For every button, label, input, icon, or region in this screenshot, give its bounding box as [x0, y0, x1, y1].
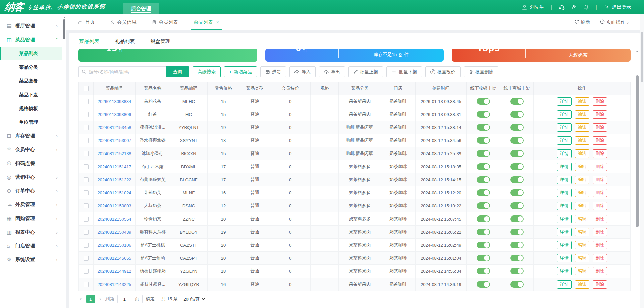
stat-card-dish-count[interactable]: 15件	[78, 49, 257, 62]
next-page-icon[interactable]: ›	[98, 296, 103, 302]
sidebar-item-外卖管理[interactable]: ☁外卖管理›	[0, 198, 62, 211]
delete-button[interactable]: 删除	[593, 215, 607, 223]
offline-shelf-toggle[interactable]	[477, 255, 490, 261]
tab-菜品列表[interactable]: 菜品列表×	[194, 14, 219, 30]
online-shelf-toggle[interactable]	[510, 255, 524, 261]
row-checkbox[interactable]	[84, 203, 89, 208]
purchase-button[interactable]: 进货	[260, 66, 286, 77]
edit-button[interactable]: 编辑	[575, 215, 589, 223]
page-number-button[interactable]: 1	[86, 295, 95, 303]
stat-card-top5[interactable]: Top5 大叔奶茶	[452, 49, 631, 62]
online-shelf-toggle[interactable]	[510, 111, 524, 118]
refresh-button[interactable]: 刷新	[574, 19, 590, 25]
close-icon[interactable]: ×	[216, 19, 219, 25]
detail-button[interactable]: 详情	[557, 228, 572, 236]
dish-code-link[interactable]: 20260113093806	[98, 112, 131, 117]
sidebar-subitem-菜品下发[interactable]: 菜品下发	[0, 88, 62, 102]
advanced-search-button[interactable]: 高级搜索	[193, 66, 221, 77]
scroll-up-arrow-icon[interactable]	[636, 49, 639, 52]
dish-code-link[interactable]: 20240812144912	[97, 269, 131, 274]
row-checkbox[interactable]	[84, 256, 89, 261]
delete-button[interactable]: 删除	[593, 189, 607, 197]
logout-button[interactable]: 退出登录	[604, 4, 631, 10]
detail-button[interactable]: 详情	[557, 202, 572, 210]
tab-首页[interactable]: 首页	[78, 14, 95, 30]
offline-shelf-toggle[interactable]	[477, 163, 490, 170]
offline-shelf-toggle[interactable]	[477, 111, 490, 118]
batch-delete-button[interactable]: 批量删除	[464, 66, 498, 77]
edit-button[interactable]: 编辑	[575, 163, 589, 171]
sidebar-item-营销中心[interactable]: ◎营销中心›	[0, 170, 62, 184]
sidebar-item-报表中心[interactable]: ▥报表中心›	[0, 225, 62, 239]
detail-button[interactable]: 详情	[557, 241, 572, 249]
sidebar-subitem-单位管理[interactable]: 单位管理	[0, 115, 62, 129]
edit-button[interactable]: 编辑	[575, 202, 589, 210]
online-shelf-toggle[interactable]	[510, 202, 524, 209]
sidebar-item-库存管理[interactable]: ⊟库存管理›	[0, 129, 62, 143]
sidebar-subitem-菜品分类[interactable]: 菜品分类	[0, 60, 62, 74]
online-shelf-toggle[interactable]	[510, 98, 524, 105]
dish-code-link[interactable]: 20240812150106	[97, 243, 131, 248]
goto-page-input[interactable]	[117, 295, 131, 303]
delete-button[interactable]: 删除	[593, 149, 607, 158]
offline-shelf-toggle[interactable]	[477, 150, 490, 157]
online-shelf-toggle[interactable]	[510, 242, 524, 248]
edit-button[interactable]: 编辑	[575, 280, 589, 289]
stat-card-stock[interactable]: 0件 库存不足150件	[265, 49, 444, 62]
scroll-up-arrow-icon[interactable]	[63, 16, 66, 18]
chevron-right-icon[interactable]: ›	[627, 20, 629, 25]
current-user[interactable]: 刘先生	[522, 4, 544, 10]
detail-button[interactable]: 详情	[557, 163, 572, 171]
delete-button[interactable]: 删除	[593, 97, 607, 106]
page-size-select[interactable]: 20 条/页	[181, 295, 206, 303]
online-shelf-toggle[interactable]	[510, 176, 524, 183]
online-shelf-toggle[interactable]	[510, 229, 524, 235]
sidebar-item-餐厅管理[interactable]: ▤餐厅管理›	[0, 19, 62, 33]
detail-button[interactable]: 详情	[557, 280, 572, 289]
sidebar-item-订单中心[interactable]: ⊕订单中心›	[0, 184, 62, 198]
row-checkbox[interactable]	[84, 99, 89, 104]
offline-shelf-toggle[interactable]	[477, 189, 490, 196]
row-checkbox[interactable]	[84, 243, 89, 248]
delete-button[interactable]: 删除	[593, 254, 607, 262]
dish-code-link[interactable]: 20240812152138	[97, 151, 131, 156]
online-shelf-toggle[interactable]	[510, 268, 524, 274]
online-shelf-toggle[interactable]	[510, 163, 524, 170]
sidebar-scrollbar-thumb[interactable]	[63, 19, 65, 39]
offline-shelf-toggle[interactable]	[477, 229, 490, 235]
detail-button[interactable]: 详情	[557, 136, 572, 145]
row-checkbox[interactable]	[84, 269, 89, 274]
edit-button[interactable]: 编辑	[575, 110, 589, 119]
sidebar-subitem-菜品列表[interactable]: 菜品列表	[0, 47, 62, 60]
online-shelf-toggle[interactable]	[510, 215, 524, 222]
page-operations-button[interactable]: 页面操作 ›	[600, 19, 629, 25]
edit-button[interactable]: 编辑	[575, 123, 589, 132]
subtab-餐盒管理[interactable]: 餐盒管理	[150, 38, 170, 45]
table-scrollbar[interactable]	[636, 49, 639, 305]
edit-button[interactable]: 编辑	[575, 241, 589, 249]
dish-code-link[interactable]: 20240812143225	[97, 282, 131, 287]
batch-onshelf-button[interactable]: 批量上架	[348, 66, 383, 77]
dish-code-link[interactable]: 20240812150439	[97, 230, 131, 235]
dish-code-link[interactable]: 20240812150554	[97, 217, 131, 222]
detail-button[interactable]: 详情	[557, 267, 572, 275]
offline-shelf-toggle[interactable]	[477, 215, 490, 222]
dish-code-link[interactable]: 20240812151417	[97, 164, 131, 169]
export-button[interactable]: 导出	[319, 66, 345, 77]
online-shelf-toggle[interactable]	[510, 124, 524, 131]
row-checkbox[interactable]	[84, 217, 89, 222]
row-checkbox[interactable]	[84, 282, 89, 287]
delete-button[interactable]: 删除	[593, 163, 607, 171]
online-shelf-toggle[interactable]	[510, 137, 524, 144]
offline-shelf-toggle[interactable]	[477, 98, 490, 105]
edit-button[interactable]: 编辑	[575, 136, 589, 145]
detail-button[interactable]: 详情	[557, 176, 572, 184]
headset-icon[interactable]	[559, 4, 565, 10]
row-checkbox[interactable]	[84, 125, 89, 130]
edit-button[interactable]: 编辑	[575, 176, 589, 184]
delete-button[interactable]: 删除	[593, 267, 607, 275]
edit-button[interactable]: 编辑	[575, 267, 589, 275]
subtab-菜品列表[interactable]: 菜品列表	[79, 38, 99, 45]
bell-icon[interactable]	[584, 4, 589, 10]
offline-shelf-toggle[interactable]	[477, 268, 490, 274]
